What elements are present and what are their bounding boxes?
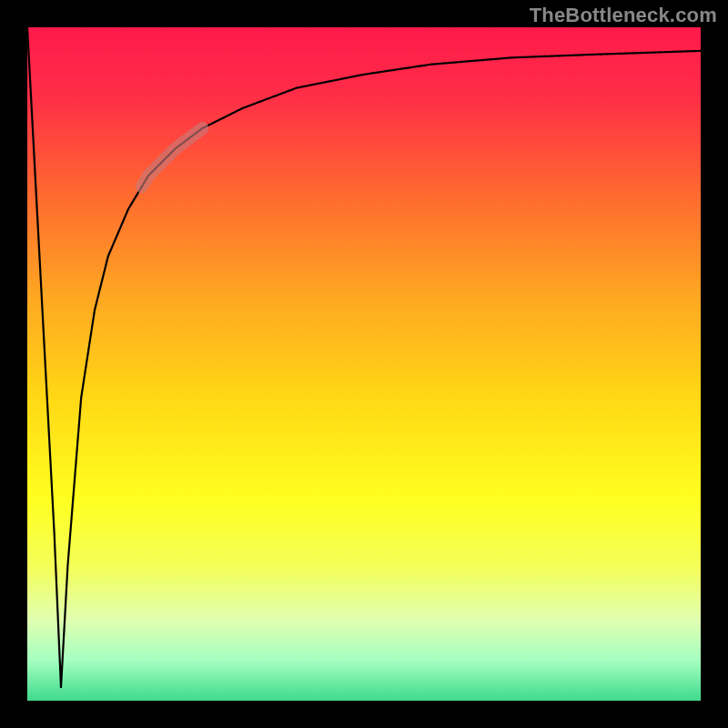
watermark-text: TheBottleneck.com [530, 4, 717, 27]
chart-frame: TheBottleneck.com [0, 0, 728, 728]
bottleneck-chart [0, 0, 728, 728]
plot-background [27, 27, 701, 701]
